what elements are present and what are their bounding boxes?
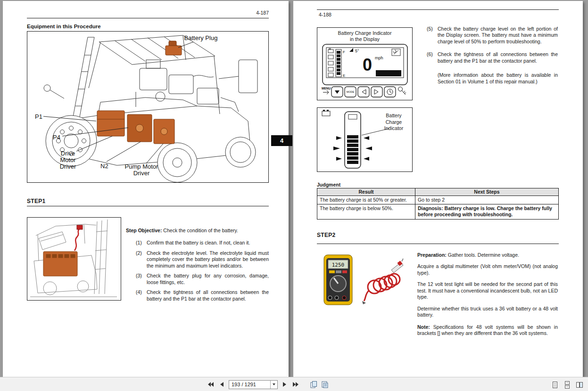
step1-rule	[27, 206, 269, 206]
next-steps-cell: Diagnosis: Battery charge is low. Charge…	[415, 204, 559, 219]
snapshot-button[interactable]	[309, 380, 318, 389]
item-number: (2)	[136, 250, 147, 269]
header-rule-left	[27, 18, 269, 18]
step2-rule	[317, 244, 559, 244]
facing-view-icon	[576, 381, 583, 389]
page-left: 4-187 Equipment in this Procedure	[3, 1, 289, 377]
pdf-viewer: 4-187 Equipment in this Procedure	[0, 0, 588, 391]
item-number: (6)	[427, 51, 438, 64]
label-drive-motor-driver-1: Drive	[61, 150, 75, 157]
figure1-caption: Battery Charge Indicator in the Display	[317, 30, 412, 42]
judgment-table: Result Next Steps The battery charge is …	[317, 188, 559, 220]
page-right: 4-188 Battery Charge Indicator in the Di…	[293, 1, 583, 377]
label-pump-motor-driver-1: Pump Motor	[125, 163, 158, 170]
next-steps-cell: Go to step 2	[415, 196, 559, 204]
figure2-caption-line1: Battery	[376, 113, 412, 119]
last-page-button[interactable]	[291, 380, 300, 389]
item-number: (4)	[136, 289, 147, 302]
battery-charge-figure: Battery Charge Indicator	[317, 107, 413, 172]
first-page-button[interactable]	[206, 380, 215, 389]
step2-note-text: Specifications for 48 volt systems will …	[417, 324, 558, 336]
clipboard-button[interactable]	[320, 380, 330, 389]
table-row: The battery charge is below 50%. Diagnos…	[317, 204, 559, 219]
label-n2: N2	[100, 163, 108, 170]
list-item: (4) Check the tightness of all connectio…	[136, 289, 269, 302]
label-p4: P4	[53, 134, 60, 141]
facing-view-button[interactable]	[575, 380, 584, 390]
snapshot-icon	[310, 381, 317, 388]
clipboard-icon	[321, 381, 329, 388]
step1-objective-label: Step Objective:	[126, 228, 162, 233]
item-text: Confirm that the battery is clean. If no…	[147, 240, 269, 246]
battery-check-drawing	[27, 218, 121, 300]
more-info-note: (More information about the battery is a…	[438, 72, 558, 85]
equipment-diagram-figure: Battery Plug P1 P4 Drive Motor Driver N2…	[27, 31, 269, 183]
step2-note: Note: Specifications for 48 volt systems…	[417, 324, 558, 337]
label-battery-plug: Battery Plug	[184, 34, 218, 41]
right-items-column: (5) Check the battery charge level on th…	[427, 26, 558, 85]
right-arrow-button-icon	[374, 90, 378, 94]
down-arrow-button-icon	[335, 90, 340, 94]
label-drive-motor-driver-2: Motor	[60, 156, 76, 163]
step1-objective: Step Objective: Check the condition of t…	[126, 228, 269, 234]
step2-preparation: Preparation: Gather tools. Determine vol…	[417, 252, 558, 258]
prev-page-button[interactable]	[217, 380, 227, 389]
gauge-empty-label: E	[343, 73, 345, 78]
speed-value: 0	[363, 55, 372, 74]
view-mode-group	[550, 380, 584, 390]
multimeter-image: 1250	[323, 254, 353, 307]
step2-note-label: Note:	[417, 324, 430, 330]
tilt-angle-value: 5°	[355, 49, 359, 53]
single-page-view-button[interactable]	[550, 380, 560, 390]
next-page-icon	[281, 381, 288, 388]
left-arrow-button-icon	[362, 90, 366, 94]
table-row: The battery charge is at 50% or greater.…	[317, 196, 559, 204]
figure1-caption-line2: in the Display	[317, 36, 412, 42]
step2-paragraph: Determine whether this truck uses a 36 v…	[417, 306, 558, 318]
label-pump-motor-driver-2: Driver	[133, 170, 150, 177]
test-light-image	[360, 258, 404, 305]
page-number-combobox[interactable]: 193 / 1291	[229, 380, 278, 389]
page-number-left: 4-187	[27, 10, 269, 16]
bottom-toolbar: 193 / 1291	[0, 377, 588, 391]
first-page-icon	[207, 381, 215, 388]
table-header-next-steps: Next Steps	[415, 188, 559, 196]
step2-preparation-label: Preparation:	[417, 252, 447, 258]
page-number-right: 4-188	[319, 12, 331, 17]
next-page-button[interactable]	[280, 380, 289, 389]
list-item: (3) Check the battery plug for any corro…	[136, 273, 269, 285]
dash-display-drawing: F E 5° 0 mph 1:25 PM MENU MODE	[320, 43, 410, 99]
item-number: (1)	[136, 240, 147, 246]
label-p1: P1	[35, 113, 42, 120]
page-navigation-group: 193 / 1291	[206, 380, 330, 389]
label-drive-motor-driver-3: Driver	[60, 163, 76, 170]
single-page-view-icon	[551, 381, 559, 389]
list-item: (6) Check the tightness of all connectio…	[427, 51, 558, 64]
item-number: (5)	[427, 26, 438, 45]
item-text: Check the battery charge level on the le…	[438, 26, 558, 45]
step1-figure	[27, 217, 121, 301]
header-rule-right	[317, 9, 559, 10]
speed-unit: mph	[375, 56, 383, 60]
step2-paragraph: The 12 volt test light will be needed fo…	[417, 281, 558, 300]
step2-heading: STEP2	[317, 232, 336, 238]
page-number-value: 193 / 1291	[229, 382, 270, 387]
step1-list: (1) Confirm that the battery is clean. I…	[136, 240, 269, 302]
wrench-icon	[393, 50, 398, 54]
result-cell: The battery charge is below 50%.	[317, 204, 415, 219]
figure2-caption-line3: Indicator	[376, 125, 412, 132]
multimeter-reading: 1250	[332, 262, 345, 268]
menu-label: MENU	[322, 87, 331, 90]
figure2-caption: Battery Charge Indicator	[376, 113, 412, 132]
continuous-view-icon	[563, 381, 571, 389]
forklift-diagram-drawing: Battery Plug P1 P4 Drive Motor Driver N2…	[27, 32, 268, 182]
gauge-full-label: F	[343, 50, 345, 54]
figure2-caption-line2: Charge	[376, 119, 412, 126]
chevron-down-icon[interactable]	[270, 381, 277, 389]
item-text: Check the battery plug for any corrosion…	[147, 273, 269, 285]
table-header-result: Result	[317, 188, 415, 196]
step2-preparation-text: Gather tools. Determine voltage.	[447, 252, 519, 258]
item-text: Check the tightness of all connections b…	[438, 51, 558, 64]
continuous-view-button[interactable]	[563, 380, 572, 390]
prev-page-icon	[218, 381, 226, 388]
